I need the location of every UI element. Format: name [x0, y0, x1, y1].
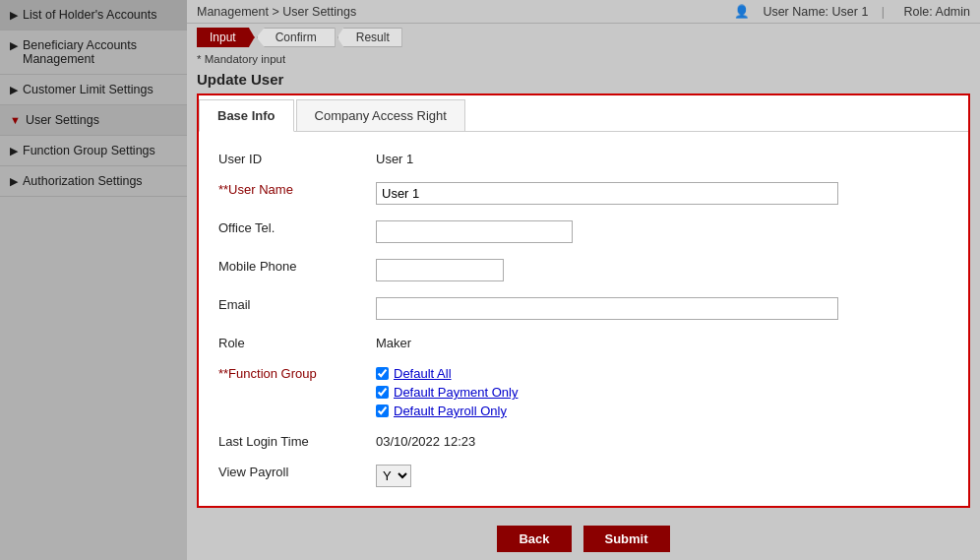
fg3-link[interactable]: Default Payroll Only	[394, 404, 507, 418]
row-mobile-phone: Mobile Phone	[218, 255, 949, 281]
label-view-payroll: View Payroll	[218, 461, 376, 479]
value-email	[376, 293, 949, 320]
bottom-bar: Back Submit	[187, 518, 980, 560]
office-tel-input[interactable]	[376, 220, 573, 243]
function-group-item-3: Default Payroll Only	[376, 404, 949, 418]
sidebar-item-label: User Settings	[26, 113, 99, 127]
label-office-tel: Office Tel.	[218, 217, 376, 235]
arrow-icon: ▶	[10, 9, 18, 22]
row-function-group: *Function Group Default All Default Paym…	[218, 362, 949, 418]
row-user-name: *User Name	[218, 178, 949, 205]
sidebar: ▶ List of Holder's Accounts ▶ Beneficiar…	[0, 0, 187, 560]
arrow-icon: ▶	[10, 145, 18, 157]
label-function-group: *Function Group	[218, 362, 376, 381]
sidebar-item-label: Authorization Settings	[23, 174, 143, 188]
breadcrumb: Management > User Settings	[197, 5, 356, 19]
tab-base-info[interactable]: Base Info	[199, 99, 294, 132]
value-user-id: User 1	[376, 148, 949, 166]
label-role: Role	[218, 332, 376, 350]
value-last-login: 03/10/2022 12:23	[376, 430, 949, 449]
sidebar-item-authorization[interactable]: ▶ Authorization Settings	[0, 166, 187, 197]
submit-button[interactable]: Submit	[583, 526, 670, 552]
row-email: Email	[218, 293, 949, 320]
value-function-group: Default All Default Payment Only Default…	[376, 362, 949, 418]
step-bar: Input Confirm Result	[187, 24, 980, 51]
label-mobile-phone: Mobile Phone	[218, 255, 376, 274]
function-group-item-1: Default All	[376, 366, 949, 381]
label-email: Email	[218, 293, 376, 312]
sidebar-item-label: Customer Limit Settings	[23, 83, 153, 96]
sidebar-item-function-group[interactable]: ▶ Function Group Settings	[0, 136, 187, 166]
fg2-checkbox[interactable]	[376, 386, 389, 399]
sidebar-item-customer-limit[interactable]: ▶ Customer Limit Settings	[0, 75, 187, 105]
back-button[interactable]: Back	[497, 526, 571, 552]
page-title: Update User	[187, 67, 980, 93]
row-password-status: Password Status Active	[218, 499, 949, 508]
form-container: Base Info Company Access Right User ID U…	[197, 93, 970, 508]
label-user-id: User ID	[218, 148, 376, 166]
sidebar-item-label: List of Holder's Accounts	[23, 8, 156, 22]
fg3-checkbox[interactable]	[376, 404, 389, 417]
arrow-down-icon: ▼	[10, 114, 21, 126]
step-confirm[interactable]: Confirm	[257, 28, 336, 47]
value-office-tel	[376, 217, 949, 243]
label-last-login: Last Login Time	[218, 430, 376, 449]
mandatory-note: * Mandatory input	[187, 51, 980, 67]
fg2-link[interactable]: Default Payment Only	[394, 385, 518, 400]
row-last-login: Last Login Time 03/10/2022 12:23	[218, 430, 949, 449]
fg1-checkbox[interactable]	[376, 367, 389, 380]
value-view-payroll: Y N	[376, 461, 949, 487]
sidebar-item-list-holders[interactable]: ▶ List of Holder's Accounts	[0, 0, 187, 31]
main-content: Management > User Settings 👤 User Name: …	[187, 0, 980, 560]
function-group-list: Default All Default Payment Only Default…	[376, 366, 949, 418]
step-result[interactable]: Result	[337, 28, 402, 47]
role-label: Role: Admin	[904, 5, 970, 19]
arrow-icon: ▶	[10, 84, 18, 96]
tab-bar: Base Info Company Access Right	[199, 95, 968, 132]
value-user-name	[376, 178, 949, 205]
tab-company-access-right[interactable]: Company Access Right	[296, 99, 465, 131]
mobile-phone-input[interactable]	[376, 259, 504, 281]
user-info: 👤 User Name: User 1 | Role: Admin	[724, 4, 970, 19]
label-password-status: Password Status	[218, 499, 376, 508]
step-input[interactable]: Input	[197, 28, 255, 47]
value-mobile-phone	[376, 255, 949, 281]
arrow-icon: ▶	[10, 39, 18, 52]
user-name-input[interactable]	[376, 182, 838, 205]
view-payroll-select[interactable]: Y N	[376, 465, 411, 487]
value-role: Maker	[376, 332, 949, 350]
sidebar-item-label: Function Group Settings	[23, 144, 155, 157]
function-group-item-2: Default Payment Only	[376, 385, 949, 400]
row-office-tel: Office Tel.	[218, 217, 949, 243]
sidebar-item-user-settings[interactable]: ▼ User Settings	[0, 105, 187, 136]
arrow-icon: ▶	[10, 175, 18, 188]
row-user-id: User ID User 1	[218, 148, 949, 166]
user-icon: 👤	[734, 5, 750, 19]
topbar: Management > User Settings 👤 User Name: …	[187, 0, 980, 24]
pipe-divider: |	[882, 5, 885, 19]
row-view-payroll: View Payroll Y N	[218, 461, 949, 487]
sidebar-item-label: Beneficiary Accounts Management	[23, 38, 177, 66]
row-role: Role Maker	[218, 332, 949, 350]
label-user-name: *User Name	[218, 178, 376, 197]
email-input[interactable]	[376, 297, 838, 320]
sidebar-item-beneficiary[interactable]: ▶ Beneficiary Accounts Management	[0, 31, 187, 75]
form-body: User ID User 1 *User Name Office Tel.	[199, 132, 968, 508]
fg1-link[interactable]: Default All	[394, 366, 452, 381]
value-password-status: Active	[376, 499, 949, 508]
user-label: User Name: User 1	[763, 5, 868, 19]
